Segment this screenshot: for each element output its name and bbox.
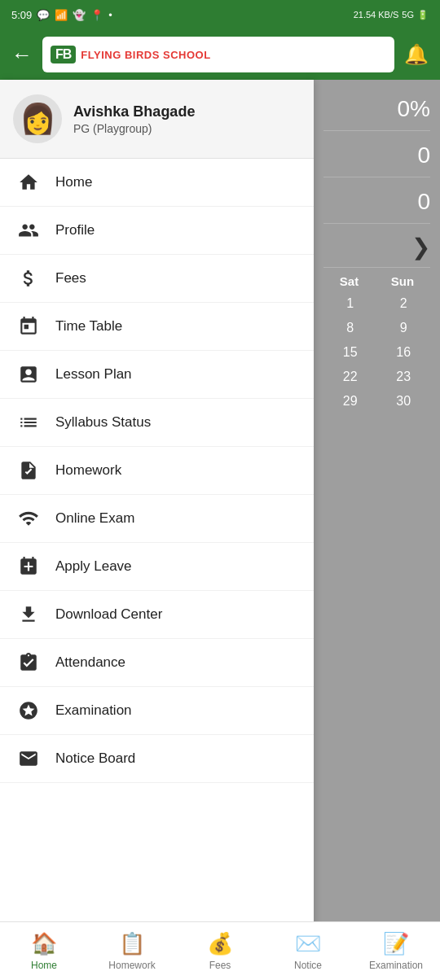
- profile-icon: [16, 218, 41, 243]
- main-layout: 👩 Avishka Bhagade PG (Playgroup) Home Pr…: [0, 80, 440, 980]
- status-right: 21.54 KB/S 5G 🔋: [354, 10, 429, 20]
- downloadcenter-label: Download Center: [55, 606, 162, 623]
- back-button[interactable]: ←: [11, 42, 33, 68]
- cal-row-4: 22 23: [323, 365, 430, 389]
- cal-cell-23: 23: [387, 370, 420, 384]
- status-time: 5:09: [11, 9, 32, 21]
- cal-row-5: 29 30: [323, 389, 430, 413]
- whatsapp-icon: 💬: [37, 9, 50, 21]
- noticeboard-icon: [16, 746, 41, 771]
- nav-fees-icon: 💰: [207, 931, 233, 956]
- onlineexam-label: Online Exam: [55, 510, 134, 527]
- profile-section: 👩 Avishka Bhagade PG (Playgroup): [0, 80, 314, 159]
- sidebar-item-attendance[interactable]: Attendance: [0, 639, 314, 687]
- timetable-label: Time Table: [55, 318, 122, 335]
- home-label: Home: [55, 174, 92, 190]
- fees-icon: [16, 266, 41, 291]
- cal-cell-16: 16: [387, 345, 420, 360]
- attendance-icon: [16, 650, 41, 675]
- onlineexam-icon: [16, 506, 41, 531]
- home-icon: [16, 170, 41, 195]
- panel-value-1: 0: [323, 134, 430, 177]
- syllabus-icon: [16, 410, 41, 435]
- examination-label: Examination: [55, 702, 132, 719]
- nav-item-fees[interactable]: 💰 Fees: [176, 922, 264, 980]
- sidebar-item-fees[interactable]: Fees: [0, 255, 314, 303]
- applyleave-icon: [16, 554, 41, 579]
- school-logo: FB FLYING BIRDS SCHOOL: [42, 37, 394, 72]
- fees-label: Fees: [55, 270, 86, 287]
- logo-badge: FB: [51, 46, 76, 63]
- dot-icon: •: [108, 9, 112, 21]
- snapchat-icon: 👻: [73, 9, 86, 21]
- homework-icon: [16, 458, 41, 483]
- timetable-icon: [16, 314, 41, 339]
- network-type: 5G: [402, 10, 414, 20]
- cal-header-sat: Sat: [340, 274, 359, 288]
- right-panel: 0% 0 0 ❯ Sat Sun 1 2 8 9 15 16 22 23: [314, 80, 440, 980]
- sidebar-item-syllabus[interactable]: Syllabus Status: [0, 399, 314, 447]
- header: ← FB FLYING BIRDS SCHOOL 🔔: [0, 29, 440, 80]
- sidebar: 👩 Avishka Bhagade PG (Playgroup) Home Pr…: [0, 80, 314, 980]
- cal-cell-15: 15: [334, 345, 367, 360]
- nav-item-home[interactable]: 🏠 Home: [0, 922, 88, 980]
- battery-icon: 🔋: [417, 10, 429, 20]
- nav-notice-icon: ✉️: [295, 931, 321, 956]
- lessonplan-label: Lesson Plan: [55, 366, 132, 383]
- cal-row-3: 15 16: [323, 340, 430, 365]
- location-icon: 📍: [90, 9, 103, 21]
- nav-homework-icon: 📋: [119, 931, 145, 956]
- downloadcenter-icon: [16, 602, 41, 627]
- cal-cell-22: 22: [334, 370, 367, 384]
- attendance-label: Attendance: [55, 654, 125, 671]
- nav-examination-icon: 📝: [383, 931, 409, 956]
- nav-item-homework[interactable]: 📋 Homework: [88, 922, 176, 980]
- sidebar-item-homework[interactable]: Homework: [0, 447, 314, 495]
- sidebar-item-noticeboard[interactable]: Notice Board: [0, 735, 314, 783]
- signal-icon: 📶: [55, 9, 68, 21]
- nav-home-label: Home: [31, 960, 57, 971]
- cal-header-sun: Sun: [391, 274, 414, 288]
- sidebar-item-downloadcenter[interactable]: Download Center: [0, 591, 314, 639]
- cal-cell-2: 2: [387, 296, 420, 311]
- nav-homework-label: Homework: [108, 960, 155, 971]
- profile-name: Avishka Bhagade: [73, 103, 195, 120]
- panel-value-percent: 0%: [323, 88, 430, 131]
- school-name: FLYING BIRDS SCHOOL: [81, 49, 210, 61]
- cal-cell-8: 8: [334, 321, 367, 335]
- notification-bell[interactable]: 🔔: [404, 43, 429, 66]
- sidebar-item-timetable[interactable]: Time Table: [0, 303, 314, 351]
- nav-item-notice[interactable]: ✉️ Notice: [264, 922, 352, 980]
- examination-icon: [16, 698, 41, 723]
- avatar: 👩: [13, 94, 62, 143]
- profile-class: PG (Playgroup): [73, 122, 195, 135]
- sidebar-item-profile[interactable]: Profile: [0, 207, 314, 255]
- cal-cell-1: 1: [334, 296, 367, 311]
- sidebar-item-examination[interactable]: Examination: [0, 687, 314, 735]
- nav-examination-label: Examination: [369, 960, 423, 971]
- sidebar-item-lessonplan[interactable]: Lesson Plan: [0, 351, 314, 399]
- noticeboard-label: Notice Board: [55, 750, 135, 767]
- nav-home-icon: 🏠: [31, 931, 57, 956]
- calendar-header: Sat Sun: [323, 271, 430, 291]
- lessonplan-icon: [16, 362, 41, 387]
- nav-item-examination[interactable]: 📝 Examination: [352, 922, 440, 980]
- sidebar-item-home[interactable]: Home: [0, 159, 314, 207]
- sidebar-item-onlineexam[interactable]: Online Exam: [0, 495, 314, 543]
- nav-notice-label: Notice: [294, 960, 322, 971]
- panel-arrow[interactable]: ❯: [323, 227, 430, 268]
- cal-row-1: 1 2: [323, 291, 430, 316]
- applyleave-label: Apply Leave: [55, 558, 132, 575]
- avatar-icon: 👩: [20, 102, 56, 136]
- bottom-nav: 🏠 Home 📋 Homework 💰 Fees ✉️ Notice 📝 Exa…: [0, 921, 440, 980]
- cal-cell-9: 9: [387, 321, 420, 335]
- cal-cell-29: 29: [334, 394, 367, 409]
- calendar-grid: Sat Sun 1 2 8 9 15 16 22 23 29 30: [323, 271, 430, 413]
- homework-label: Homework: [55, 462, 121, 479]
- cal-cell-30: 30: [387, 394, 420, 409]
- network-speed: 21.54 KB/S: [354, 10, 399, 20]
- sidebar-item-applyleave[interactable]: Apply Leave: [0, 543, 314, 591]
- nav-fees-label: Fees: [209, 960, 231, 971]
- status-left: 5:09 💬 📶 👻 📍 •: [11, 9, 112, 21]
- profile-info: Avishka Bhagade PG (Playgroup): [73, 103, 195, 135]
